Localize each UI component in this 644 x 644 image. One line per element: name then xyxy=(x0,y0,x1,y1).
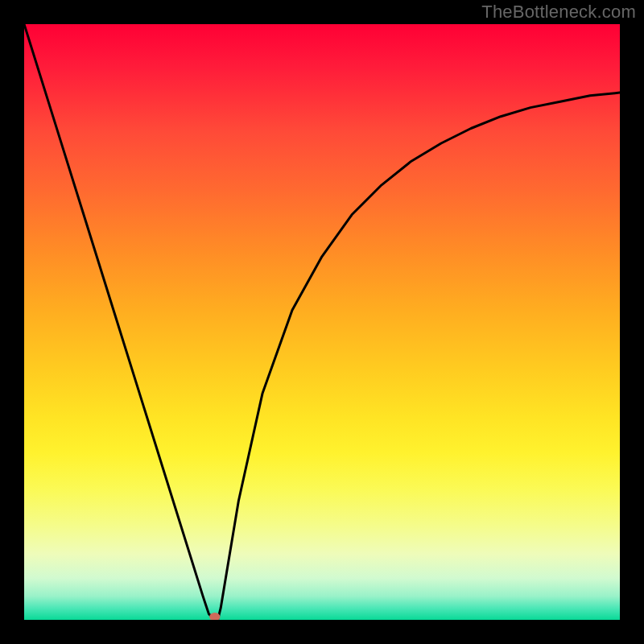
chart-frame: TheBottleneck.com xyxy=(0,0,644,644)
curve-layer xyxy=(24,24,620,620)
plot-area xyxy=(24,24,620,620)
bottleneck-curve xyxy=(24,24,620,620)
watermark-text: TheBottleneck.com xyxy=(481,2,636,23)
